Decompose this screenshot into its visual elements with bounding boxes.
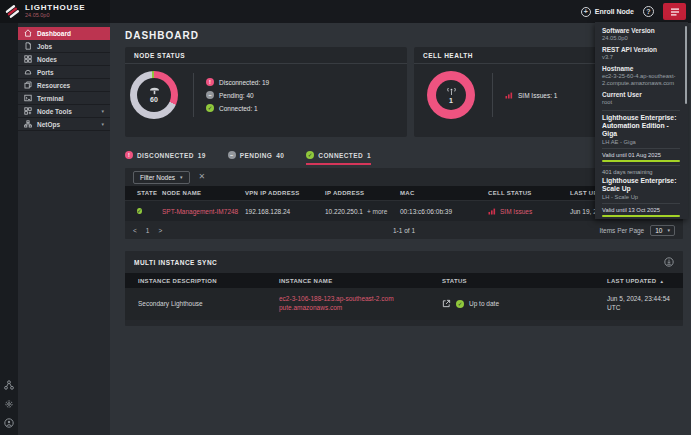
multi-sync-title: MULTI INSTANCE SYNC [134, 259, 217, 266]
signal-bars-icon [505, 91, 513, 99]
chevron-down-icon: ▾ [101, 121, 104, 127]
sidebar-item-jobs[interactable]: Jobs [18, 40, 110, 53]
connected-state-icon: ✓ [137, 208, 142, 214]
next-page-button[interactable]: > [158, 227, 162, 234]
lighthouse-logo-icon [5, 4, 20, 19]
ip-more-link[interactable]: + more [367, 208, 387, 215]
divider [602, 165, 680, 166]
multi-sync-header: INSTANCE DESCRIPTION INSTANCE NAME STATU… [125, 273, 683, 288]
divider [602, 203, 680, 204]
grid-icon [24, 55, 32, 63]
help-button[interactable]: ? [643, 6, 654, 17]
rest-api-version-label: REST API Version [602, 46, 680, 53]
sidebar-item-terminal[interactable]: Terminal [18, 92, 110, 105]
terminal-icon [24, 94, 32, 102]
divider [602, 148, 680, 149]
license-progress-bar [602, 215, 680, 217]
lighthouse-dashboard: LIGHTHOUSE 24.05.0p0 + Enroll Node ? [0, 0, 691, 435]
connected-icon: ✓ [206, 104, 214, 112]
pagination: < 1 > 1-1 of 1 Items Per Page 10 ▾ [125, 221, 683, 239]
app-version: 24.05.0p0 [25, 13, 85, 19]
left-rail [0, 23, 18, 435]
sidebar-item-resources[interactable]: Resources [18, 79, 110, 92]
disconnected-icon: ! [125, 151, 133, 159]
license-name: Lighthouse Enterprise: Automation Editio… [602, 114, 680, 138]
items-per-page-select[interactable]: 10 ▾ [650, 225, 675, 236]
sidebar-item-nodes[interactable]: Nodes [18, 53, 110, 66]
sidebar-item-ports[interactable]: Ports [18, 66, 110, 79]
col-mac[interactable]: MAC [400, 190, 488, 196]
dropdown-scrollbar[interactable] [685, 26, 687, 104]
page-number[interactable]: 1 [146, 227, 150, 234]
sync-download-icon[interactable] [664, 257, 674, 267]
filter-nodes-button[interactable]: Filter Nodes ▾ [133, 171, 190, 184]
node-status-title: NODE STATUS [125, 47, 407, 64]
logo-bar: LIGHTHOUSE 24.05.0p0 [0, 0, 110, 23]
col-cell-status[interactable]: CELL STATUS [488, 190, 570, 196]
connected-icon: ✓ [306, 151, 314, 159]
list-icon [670, 7, 680, 17]
sidebar-item-netops[interactable]: NetOps ▾ [18, 118, 110, 131]
user-account-icon[interactable] [4, 418, 14, 428]
col-instance-description[interactable]: INSTANCE DESCRIPTION [125, 278, 279, 284]
signal-bars-icon [488, 207, 496, 215]
divider [492, 73, 493, 117]
current-user-label: Current User [602, 91, 680, 98]
node-total: 60 [150, 96, 158, 103]
nodes-cluster-icon[interactable] [4, 380, 14, 390]
legend-disconnected: ! Disconnected: 19 [206, 78, 269, 86]
system-info-button[interactable] [663, 3, 686, 20]
clear-filter-icon[interactable]: ✕ [199, 173, 206, 181]
legend-pending: – Pending: 40 [206, 91, 269, 99]
items-per-page-label: Items Per Page [599, 227, 644, 234]
tab-disconnected[interactable]: ! DISCONNECTED 19 [125, 151, 206, 165]
ports-icon [24, 68, 32, 76]
col-status[interactable]: STATUS [442, 278, 607, 284]
up-to-date-icon: ✓ [456, 300, 464, 308]
col-instance-name[interactable]: INSTANCE NAME [279, 278, 442, 284]
ip-value: 10.220.250.1+ more [325, 208, 400, 215]
home-icon [24, 29, 32, 37]
table-row: Secondary Lighthouse ec2-3-106-188-123.a… [125, 288, 683, 320]
multi-instance-sync-panel: MULTI INSTANCE SYNC INSTANCE DESCRIPTION… [125, 251, 683, 326]
instance-description: Secondary Lighthouse [125, 300, 279, 307]
prev-page-button[interactable]: < [133, 227, 137, 234]
col-state[interactable]: STATE [125, 190, 162, 196]
instance-name-link[interactable]: ec2-3-106-188-123.ap-southeast-2.compute… [279, 295, 397, 313]
sort-asc-icon: ▲ [660, 279, 665, 284]
col-node-name[interactable]: NODE NAME [162, 190, 245, 196]
chevron-down-icon: ▾ [101, 108, 104, 114]
col-vpn-ip[interactable]: VPN IP ADDRESS [245, 190, 325, 196]
settings-gear-icon[interactable] [4, 399, 14, 409]
legend-connected: ✓ Connected: 1 [206, 104, 269, 112]
tab-pending[interactable]: – PENDING 40 [228, 151, 284, 165]
license-valid-until: Valid until 13 Oct 2025 [602, 207, 680, 213]
license-progress-bar [602, 160, 680, 162]
disconnected-icon: ! [206, 78, 214, 86]
resources-icon [24, 81, 32, 89]
chevron-down-icon: ▾ [180, 174, 183, 180]
divider [602, 110, 680, 111]
divider [193, 73, 194, 117]
node-tools-icon [24, 107, 32, 115]
pending-icon: – [228, 151, 236, 159]
col-last-updated-sorted[interactable]: LAST UPDATED▲ [607, 278, 683, 284]
node-status-card: NODE STATUS 60 [125, 47, 407, 137]
sidebar-item-dashboard[interactable]: Dashboard [18, 27, 110, 40]
external-link-icon[interactable] [442, 299, 451, 308]
sidebar-menu: Dashboard Jobs Nodes Ports [18, 23, 110, 435]
plus-circle-icon: + [581, 7, 591, 17]
sidebar-item-node-tools[interactable]: Node Tools ▾ [18, 105, 110, 118]
instance-last-updated: Jun 5, 2024, 23:44:54 UTC [607, 295, 677, 313]
enroll-node-button[interactable]: + Enroll Node [581, 7, 634, 17]
hostname-label: Hostname [602, 65, 680, 72]
node-name-link[interactable]: SPT-Management-IM7248 [162, 208, 245, 215]
tab-connected[interactable]: ✓ CONNECTED 1 [306, 151, 371, 165]
system-info-dropdown: Software Version 24.05.0p0 REST API Vers… [595, 22, 688, 219]
col-ip[interactable]: IP ADDRESS [325, 190, 400, 196]
software-version-value: 24.05.0p0 [602, 35, 680, 42]
instance-status: ✓ Up to date [442, 299, 607, 308]
netops-icon [24, 120, 32, 128]
antenna-icon [446, 87, 457, 96]
license-name: Lighthouse Enterprise: Scale Up [602, 177, 680, 193]
